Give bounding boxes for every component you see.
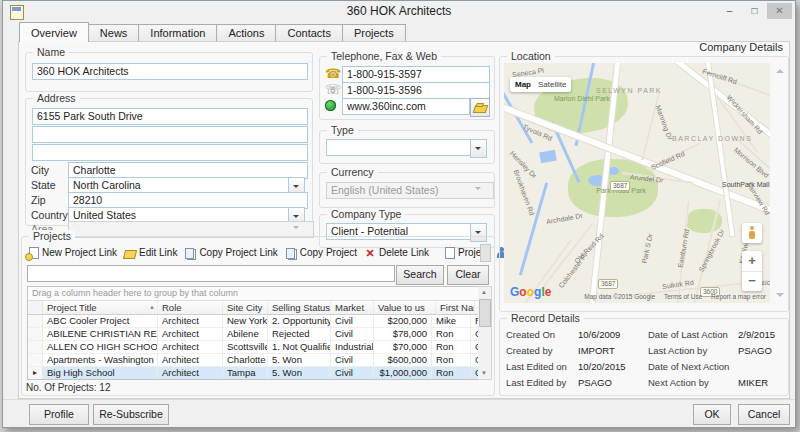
- open-website-button[interactable]: [470, 98, 490, 117]
- pegman-control[interactable]: [742, 223, 762, 243]
- col-first-name[interactable]: First Name: [436, 301, 475, 314]
- projects-toolbar: New Project Link Edit Link Copy Project …: [27, 244, 478, 261]
- website-input[interactable]: [342, 98, 470, 115]
- currency-group: Currency English (United States): [319, 172, 495, 208]
- map-data-credit: Map data ©2015 Google: [584, 293, 655, 300]
- last-action-by-label: Last Action by: [648, 345, 707, 356]
- next-action-by-value: MIKER: [738, 377, 768, 388]
- maximize-button[interactable]: □: [742, 3, 767, 19]
- copy-project-link-button[interactable]: Copy Project Link: [184, 247, 277, 259]
- toolbar-overflow-grip[interactable]: [480, 244, 491, 262]
- currency-dropdown-arrow-icon: [474, 184, 484, 194]
- fax-input[interactable]: [342, 82, 490, 99]
- map-label: Manning Dr: [655, 104, 674, 140]
- scroll-down-icon[interactable]: [776, 293, 784, 297]
- projects-group-label: Projects: [29, 230, 75, 242]
- tab-projects[interactable]: Projects: [342, 24, 406, 42]
- ok-button[interactable]: OK: [693, 404, 731, 425]
- satellite-button[interactable]: Satellite: [538, 80, 566, 89]
- address-line3-input[interactable]: [32, 144, 308, 161]
- resubscribe-button[interactable]: Re-Subscribe: [93, 404, 169, 425]
- state-label: State: [31, 179, 56, 191]
- open-folder-icon: [473, 105, 489, 113]
- minimize-button[interactable]: –: [717, 3, 742, 19]
- copy-project-button[interactable]: Copy Project: [285, 247, 357, 259]
- scrollbar-thumb[interactable]: [479, 299, 491, 327]
- company-type-group-label: Company Type: [327, 208, 405, 220]
- tab-contacts[interactable]: Contacts: [275, 24, 342, 42]
- last-edited-by-value: PSAGO: [578, 377, 612, 388]
- group-by-hint[interactable]: Drag a column header here to group by th…: [28, 287, 479, 300]
- country-label: Country: [31, 209, 68, 221]
- table-row[interactable]: ABC Cooler ProjectArchitect New York ...…: [28, 315, 479, 328]
- copy-project-icon: [288, 249, 297, 260]
- map-label: BARCLAY DOWNS: [672, 135, 752, 142]
- table-row[interactable]: ABILENE CHRISTIAN RECREATI...Architect A…: [28, 328, 479, 341]
- project-icon: [445, 247, 455, 259]
- delete-link-button[interactable]: ✕Delete Link: [364, 247, 429, 259]
- tab-information[interactable]: Information: [138, 24, 217, 42]
- tab-actions[interactable]: Actions: [216, 24, 276, 42]
- col-market[interactable]: Market: [331, 301, 374, 314]
- address-group-label: Address: [33, 92, 80, 104]
- address-line1-input[interactable]: [32, 108, 308, 125]
- record-details-group: Record Details Created On 10/6/2009 Date…: [499, 318, 789, 396]
- record-details-group-label: Record Details: [507, 312, 584, 324]
- grid-scrollbar[interactable]: ▲ ▼: [478, 286, 492, 380]
- last-edited-on-label: Last Edited on: [506, 361, 567, 372]
- col-value-to-us[interactable]: Value to us: [374, 301, 436, 314]
- zoom-out-button[interactable]: −: [742, 271, 762, 291]
- edit-link-icon: [123, 250, 137, 259]
- route-badge: 3687: [598, 279, 618, 289]
- panel-scrollbar[interactable]: [773, 63, 786, 303]
- table-row[interactable]: ALLEN CO HIGH SCHOOL PH 2Architect Scott…: [28, 341, 479, 354]
- map-label: SELWYN PARK: [596, 87, 662, 94]
- title-bar[interactable]: 360 HOK Architects – □ ✕: [3, 1, 795, 23]
- address-line2-input[interactable]: [32, 126, 308, 143]
- type-dropdown[interactable]: [326, 139, 475, 156]
- table-row-selected[interactable]: ▸ Big High SchoolArchitect Tampa5. Won C…: [28, 367, 479, 380]
- terms-of-use-link[interactable]: Terms of Use: [664, 293, 702, 300]
- tab-news[interactable]: News: [88, 24, 140, 42]
- search-button[interactable]: Search: [396, 265, 444, 285]
- created-on-value: 10/6/2009: [578, 329, 620, 340]
- close-button[interactable]: ✕: [767, 3, 792, 19]
- water-area: [539, 150, 557, 164]
- cancel-button[interactable]: Cancel: [738, 404, 790, 425]
- date-next-action-label: Date of Next Action: [648, 361, 729, 372]
- last-action-by-value: PSAGO: [738, 345, 772, 356]
- clear-button[interactable]: Clear: [447, 265, 489, 285]
- type-group-label: Type: [327, 124, 358, 136]
- tab-overview[interactable]: Overview: [19, 22, 89, 42]
- profile-button[interactable]: Profile: [29, 404, 89, 425]
- new-project-link-button[interactable]: New Project Link: [27, 247, 117, 259]
- scroll-up-icon[interactable]: [776, 69, 784, 73]
- col-selling-status[interactable]: Selling Status: [268, 301, 331, 314]
- google-logo[interactable]: Google: [510, 285, 551, 299]
- map-attribution: Map data ©2015 Google Terms of Use Repor…: [577, 293, 766, 300]
- scroll-up-icon[interactable]: ▲: [478, 287, 490, 298]
- zoom-in-button[interactable]: +: [742, 251, 762, 272]
- phone-input[interactable]: [342, 66, 490, 83]
- route-badge: 3687: [610, 181, 630, 191]
- scroll-down-icon[interactable]: ▼: [478, 368, 490, 379]
- project-search-input[interactable]: [27, 265, 395, 282]
- currency-group-label: Currency: [327, 166, 378, 178]
- company-name-input[interactable]: [32, 63, 308, 80]
- table-row[interactable]: Apartments - WashingtonArchitect Charlot…: [28, 354, 479, 367]
- type-dropdown-arrow-icon[interactable]: [470, 139, 487, 158]
- map-type-control: Map Satellite: [510, 77, 571, 92]
- col-role[interactable]: Role: [158, 301, 223, 314]
- grid-header-row: Project Title▲ Role Site City Selling St…: [28, 300, 479, 315]
- app-window: 360 HOK Architects – □ ✕ Overview News I…: [2, 0, 796, 428]
- map-button[interactable]: Map: [515, 80, 531, 89]
- projects-count-label: No. Of Projects: 12: [26, 382, 110, 393]
- edit-link-button[interactable]: Edit Link: [124, 247, 177, 259]
- report-map-error-link[interactable]: Report a map error: [711, 293, 766, 300]
- last-edited-by-label: Last Edited by: [506, 377, 566, 388]
- col-project-title[interactable]: Project Title▲: [43, 301, 158, 314]
- row-selector-icon: ▸: [28, 367, 43, 379]
- google-map[interactable]: Seneca Pl SELWYN PARK Ferncliff Rd Wicke…: [504, 63, 770, 303]
- created-on-label: Created On: [506, 329, 555, 340]
- col-site-city[interactable]: Site City: [223, 301, 268, 314]
